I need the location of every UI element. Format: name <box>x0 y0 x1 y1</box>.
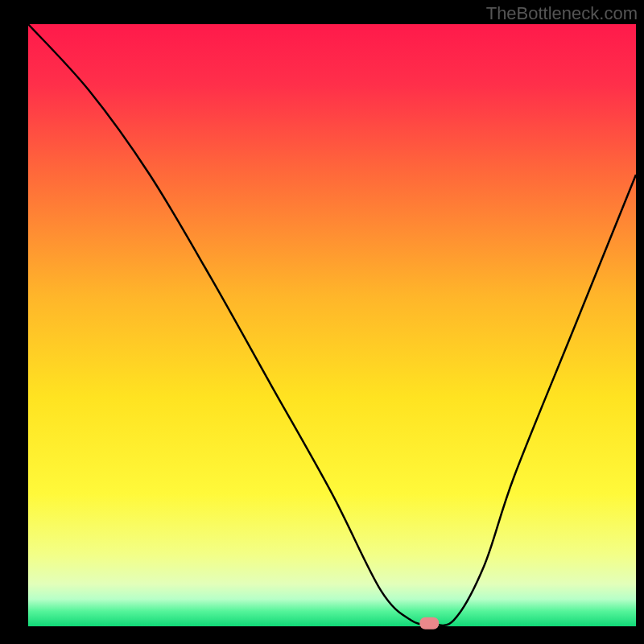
chart-plot-area <box>28 24 636 626</box>
watermark-text: TheBottleneck.com <box>486 3 638 24</box>
minimum-marker <box>419 617 439 630</box>
bottleneck-chart <box>0 0 644 644</box>
chart-container: TheBottleneck.com <box>0 0 644 644</box>
